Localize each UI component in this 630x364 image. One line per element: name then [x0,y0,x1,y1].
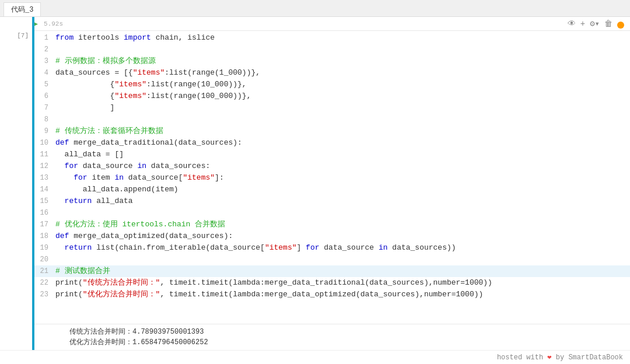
line-number: 3 [34,55,55,67]
line-number: 6 [34,90,55,102]
line-content: # 测试数据合并 [55,265,625,277]
code-line: 3# 示例数据：模拟多个数据源 [34,55,630,67]
code-line: 18def merge_data_optimized(data_sources)… [34,230,630,242]
code-line: 17# 优化方法：使用 itertools.chain 合并数据 [34,219,630,230]
line-content: print("优化方法合并时间：", timeit.timeit(lambda:… [55,289,625,300]
line-content: ] [55,102,625,114]
output-area: 传统方法合并时间：4.789039750001393优化方法合并时间：1.658… [34,324,630,350]
line-number: 23 [34,289,55,300]
code-line: 20 [34,254,630,265]
exec-label: [7] [17,32,29,39]
code-line: 10def merge_data_traditional(data_source… [34,137,630,149]
tab-bar: 代码_3 [0,0,630,17]
code-line: 6 {"items":list(range(100_000))}, [34,90,630,102]
line-number: 13 [34,172,55,184]
code-area: 1from itertools import chain, islice23# … [34,31,630,324]
line-content: # 传统方法：嵌套循环合并数据 [55,125,625,137]
code-line: 4data_sources = [{"items":list(range(1_0… [34,67,630,79]
line-content: all_data.append(item) [55,184,625,195]
code-line: 12 for data_source in data_sources: [34,160,630,172]
code-line: 1from itertools import chain, islice [34,32,630,44]
line-content: def merge_data_traditional(data_sources)… [55,137,625,149]
notebook-container: 代码_3 [7] ▶ 5.92s 👁 + ⚙▾ 🗑 [0,0,630,364]
line-content: def merge_data_optimized(data_sources): [55,230,625,242]
settings-icon[interactable]: ⚙▾ [590,19,600,29]
line-content: from itertools import chain, islice [55,32,625,44]
code-line: 14 all_data.append(item) [34,184,630,195]
line-number: 19 [34,242,55,254]
line-number: 12 [34,160,55,172]
line-number: 15 [34,195,55,207]
line-content: for data_source in data_sources: [55,160,625,172]
line-number: 11 [34,149,55,160]
code-line: 13 for item in data_source["items"]: [34,172,630,184]
line-number: 5 [34,79,55,90]
toolbar-left: ▶ 5.92s [34,20,63,27]
line-number: 16 [34,207,55,219]
view-icon[interactable]: 👁 [568,19,576,29]
exec-time: 5.92s [44,20,63,27]
line-number: 4 [34,67,55,79]
line-content: all_data = [] [55,149,625,160]
line-content: {"items":list(range(10_000))}, [55,79,625,90]
active-tab[interactable]: 代码_3 [4,2,41,16]
heart-icon: ❤ [547,354,551,362]
code-line: 9# 传统方法：嵌套循环合并数据 [34,125,630,137]
add-icon[interactable]: + [580,19,585,29]
line-content: return list(chain.from_iterable(data_sou… [55,242,625,254]
code-line: 21# 测试数据合并 [34,265,630,277]
line-number: 22 [34,277,55,289]
line-number: 10 [34,137,55,149]
line-number: 8 [34,114,55,125]
run-icon[interactable]: ▶ [34,20,38,27]
code-line: 22print("传统方法合并时间：", timeit.timeit(lambd… [34,277,630,289]
line-number: 9 [34,125,55,137]
status-dot [617,22,624,29]
code-line: 16 [34,207,630,219]
code-line: 5 {"items":list(range(10_000))}, [34,79,630,90]
toolbar-right: 👁 + ⚙▾ 🗑 [568,19,625,29]
exec-column: [7] [0,17,32,350]
line-number: 14 [34,184,55,195]
output-line: 优化方法合并时间：1.6584796450006252 [69,337,625,348]
line-content: # 优化方法：使用 itertools.chain 合并数据 [55,219,625,230]
line-number: 1 [34,32,55,44]
line-content: # 示例数据：模拟多个数据源 [55,55,625,67]
code-line: 8 [34,114,630,125]
code-line: 11 all_data = [] [34,149,630,160]
code-line: 23print("优化方法合并时间：", timeit.timeit(lambd… [34,289,630,300]
line-content: for item in data_source["items"]: [55,172,625,184]
footer-text: hosted with ❤ by SmartDataBook [497,353,623,362]
code-line: 7 ] [34,102,630,114]
footer: hosted with ❤ by SmartDataBook [0,350,630,364]
line-number: 21 [34,265,55,277]
cell-toolbar: ▶ 5.92s 👁 + ⚙▾ 🗑 [34,17,630,31]
code-line: 15 return all_data [34,195,630,207]
cell-main: ▶ 5.92s 👁 + ⚙▾ 🗑 1from itertools import … [34,17,630,350]
code-line: 19 return list(chain.from_iterable(data_… [34,242,630,254]
line-number: 2 [34,44,55,55]
line-number: 17 [34,219,55,230]
line-content: {"items":list(range(100_000))}, [55,90,625,102]
line-content: return all_data [55,195,625,207]
code-line: 2 [34,44,630,55]
line-number: 7 [34,102,55,114]
delete-icon[interactable]: 🗑 [604,19,612,29]
line-number: 18 [34,230,55,242]
outer-layout: [7] ▶ 5.92s 👁 + ⚙▾ 🗑 1 [0,17,630,350]
line-content: print("传统方法合并时间：", timeit.timeit(lambda:… [55,277,625,289]
line-number: 20 [34,254,55,265]
line-content: data_sources = [{"items":list(range(1_00… [55,67,625,79]
output-line: 传统方法合并时间：4.789039750001393 [69,327,625,337]
